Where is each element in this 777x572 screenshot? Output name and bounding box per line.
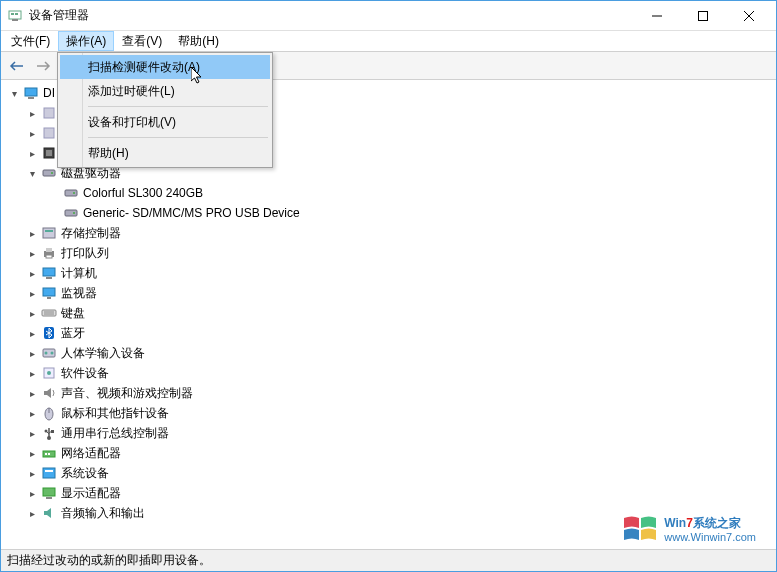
menu-separator	[88, 106, 268, 107]
software-icon	[41, 365, 57, 381]
cpu-icon	[41, 145, 57, 161]
expander-icon[interactable]: ▸	[25, 406, 39, 420]
svg-rect-28	[46, 277, 52, 279]
expander-icon[interactable]: ▸	[25, 466, 39, 480]
node-label: 网络适配器	[61, 445, 121, 462]
svg-rect-3	[12, 19, 18, 21]
menu-add-legacy[interactable]: 添加过时硬件(L)	[60, 79, 270, 103]
disk-icon	[63, 205, 79, 221]
node-label: Generic- SD/MMC/MS PRO USB Device	[83, 206, 300, 220]
node-label: 系统设备	[61, 465, 109, 482]
network-icon	[41, 445, 57, 461]
expander-icon[interactable]: ▸	[25, 386, 39, 400]
expander-icon[interactable]: ▸	[25, 366, 39, 380]
expander-icon[interactable]: ▸	[25, 326, 39, 340]
tree-node[interactable]: ▸声音、视频和游戏控制器	[1, 383, 776, 403]
close-button[interactable]	[726, 1, 772, 31]
svg-rect-52	[45, 470, 53, 472]
node-label: 蓝牙	[61, 325, 85, 342]
monitor-icon	[41, 285, 57, 301]
menu-item-label: 设备和打印机(V)	[88, 114, 176, 131]
tree-node[interactable]: ▸系统设备	[1, 463, 776, 483]
expander-icon[interactable]: ▸	[25, 226, 39, 240]
minimize-button[interactable]	[634, 1, 680, 31]
expander-icon[interactable]: ▸	[25, 106, 39, 120]
window-controls	[634, 1, 772, 31]
menu-item-label: 帮助(H)	[88, 145, 129, 162]
menu-help[interactable]: 帮助(H)	[170, 31, 227, 51]
node-label: Colorful SL300 240GB	[83, 186, 203, 200]
node-label: 监视器	[61, 285, 97, 302]
svg-rect-23	[45, 230, 53, 232]
tree-node[interactable]: ▸网络适配器	[1, 443, 776, 463]
tree-node[interactable]: ▸存储控制器	[1, 223, 776, 243]
tree-node[interactable]: ▸软件设备	[1, 363, 776, 383]
computer-icon	[23, 85, 39, 101]
tree-node[interactable]: ▸蓝牙	[1, 323, 776, 343]
svg-rect-22	[43, 228, 55, 238]
menu-action[interactable]: 操作(A)	[58, 31, 114, 51]
svg-rect-2	[15, 13, 18, 15]
tree-node[interactable]: ▸通用串行总线控制器	[1, 423, 776, 443]
mouse-icon	[41, 405, 57, 421]
keyboard-icon	[41, 305, 57, 321]
node-label: 鼠标和其他指针设备	[61, 405, 169, 422]
menu-file[interactable]: 文件(F)	[3, 31, 58, 51]
expander-icon[interactable]: ▸	[25, 306, 39, 320]
forward-button[interactable]	[31, 54, 55, 78]
expander-icon[interactable]: ▸	[25, 146, 39, 160]
tree-node[interactable]: ▸键盘	[1, 303, 776, 323]
svg-point-36	[45, 352, 48, 355]
node-label: 通用串行总线控制器	[61, 425, 169, 442]
expander-icon[interactable]: ▸	[25, 126, 39, 140]
printer-icon	[41, 245, 57, 261]
svg-rect-18	[65, 190, 77, 196]
expander-icon[interactable]: ▾	[25, 166, 39, 180]
tree-node[interactable]: Generic- SD/MMC/MS PRO USB Device	[1, 203, 776, 223]
tree-node[interactable]: ▸计算机	[1, 263, 776, 283]
expander-icon[interactable]: ▸	[25, 486, 39, 500]
menu-scan-hardware[interactable]: 扫描检测硬件改动(A)	[60, 55, 270, 79]
node-label: 软件设备	[61, 365, 109, 382]
bluetooth-icon	[41, 325, 57, 341]
watermark-num: 7	[686, 516, 693, 530]
svg-rect-15	[46, 150, 52, 156]
svg-rect-30	[47, 297, 51, 299]
system-icon	[41, 465, 57, 481]
disk-icon	[63, 185, 79, 201]
expander-icon[interactable]: ▸	[25, 446, 39, 460]
expander-icon[interactable]: ▸	[25, 286, 39, 300]
menu-separator	[88, 137, 268, 138]
tree-node[interactable]: ▸鼠标和其他指针设备	[1, 403, 776, 423]
generic-icon	[41, 125, 57, 141]
watermark-url: www.Winwin7.com	[664, 531, 756, 543]
tree-node[interactable]: ▸打印队列	[1, 243, 776, 263]
svg-rect-31	[42, 310, 56, 316]
svg-rect-1	[11, 13, 14, 15]
watermark-prefix: Win	[664, 516, 686, 530]
back-button[interactable]	[5, 54, 29, 78]
tree-node[interactable]: ▸显示适配器	[1, 483, 776, 503]
tree-node[interactable]: ▸人体学输入设备	[1, 343, 776, 363]
menu-view[interactable]: 查看(V)	[114, 31, 170, 51]
svg-rect-25	[46, 248, 52, 252]
expander-icon[interactable]: ▾	[7, 86, 21, 100]
menu-devices-printers[interactable]: 设备和打印机(V)	[60, 110, 270, 134]
maximize-button[interactable]	[680, 1, 726, 31]
generic-icon	[41, 105, 57, 121]
expander-icon[interactable]: ▸	[25, 346, 39, 360]
storage-icon	[41, 225, 57, 241]
expander-icon[interactable]: ▸	[25, 266, 39, 280]
svg-point-21	[73, 212, 75, 214]
expander-icon[interactable]: ▸	[25, 426, 39, 440]
svg-rect-10	[25, 88, 37, 96]
svg-rect-51	[43, 468, 55, 478]
menu-help[interactable]: 帮助(H)	[60, 141, 270, 165]
node-label: 人体学输入设备	[61, 345, 145, 362]
tree-node[interactable]: ▸监视器	[1, 283, 776, 303]
node-label: 打印队列	[61, 245, 109, 262]
expander-icon[interactable]: ▸	[25, 506, 39, 520]
svg-rect-53	[43, 488, 55, 496]
expander-icon[interactable]: ▸	[25, 246, 39, 260]
tree-node[interactable]: Colorful SL300 240GB	[1, 183, 776, 203]
